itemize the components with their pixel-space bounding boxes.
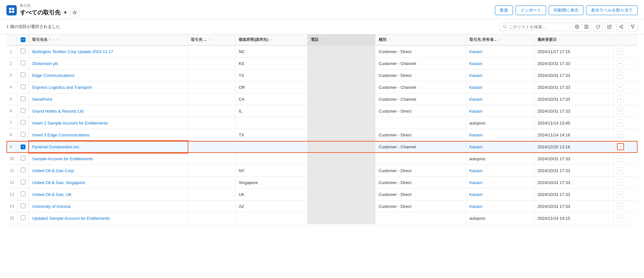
row-checkbox[interactable]	[21, 49, 25, 53]
action-cell[interactable]	[613, 153, 638, 165]
row-checkbox[interactable]	[21, 60, 25, 65]
th-state-dropdown[interactable]	[270, 38, 273, 42]
row-checkbox[interactable]	[21, 84, 25, 89]
th-owner[interactable]: 取引先 所有者...	[466, 34, 534, 45]
action-cell[interactable]	[613, 81, 638, 93]
action-cell[interactable]	[613, 129, 638, 141]
th-type[interactable]: 種別	[375, 34, 466, 45]
title-dropdown-arrow[interactable]: ▼	[63, 10, 68, 15]
th-checkbox[interactable]	[17, 34, 29, 45]
account-name-link[interactable]: Edge Communications	[32, 73, 74, 78]
th-account-name[interactable]: 取引先名 ↑ ↑	[29, 34, 188, 45]
owner-link[interactable]: Kasam	[469, 85, 482, 90]
account-name-link[interactable]: Grand Hotels & Resorts Ltd	[32, 109, 83, 114]
row-checkbox[interactable]	[21, 132, 25, 137]
row-checkbox-cell[interactable]	[17, 45, 29, 58]
row-checkbox[interactable]	[21, 203, 25, 208]
owner-link[interactable]: Kasam	[469, 168, 482, 173]
th-account-site[interactable]: 取引先 ...	[188, 34, 235, 45]
th-site-dropdown[interactable]	[208, 38, 211, 42]
action-cell[interactable]	[613, 212, 638, 224]
action-cell[interactable]	[613, 45, 638, 58]
row-action-button[interactable]	[617, 179, 624, 186]
account-name-link[interactable]: United Oil & Gas, Singapore	[32, 180, 85, 185]
owner-link[interactable]: Kasam	[469, 97, 482, 102]
th-date[interactable]: 最終更新日	[534, 34, 613, 45]
row-action-button[interactable]	[617, 143, 624, 150]
filter-button[interactable]	[628, 22, 638, 32]
action-cell[interactable]	[613, 141, 638, 153]
row-checkbox[interactable]	[21, 168, 25, 172]
new-button[interactable]: 新規	[495, 5, 513, 15]
row-action-button[interactable]	[617, 72, 624, 79]
owner-link[interactable]: Kasam	[469, 192, 482, 197]
refresh-button[interactable]	[593, 22, 603, 32]
row-checkbox[interactable]	[21, 215, 25, 220]
account-name-link[interactable]: United Oil & Gas, UK	[32, 192, 71, 197]
th-owner-dropdown[interactable]	[498, 38, 501, 42]
row-checkbox[interactable]	[21, 120, 25, 125]
account-name-link[interactable]: Burlington Textiles Corp Update 2024 11 …	[32, 49, 113, 54]
row-checkbox[interactable]	[21, 144, 25, 149]
owner-link[interactable]: Kasam	[469, 180, 482, 185]
row-action-button[interactable]	[617, 119, 624, 126]
row-action-button[interactable]	[617, 60, 624, 67]
row-checkbox-cell[interactable]	[17, 81, 29, 93]
row-checkbox-cell[interactable]	[17, 177, 29, 189]
account-name-link[interactable]: GenePoint	[32, 97, 52, 102]
label-button[interactable]: 表示ラベルを割り当て	[586, 5, 638, 15]
owner-link[interactable]: Kasam	[469, 144, 482, 149]
th-state[interactable]: 都道府県(請求先)	[235, 34, 307, 45]
th-date-dropdown[interactable]	[558, 38, 561, 42]
owner-link[interactable]: Kasam	[469, 204, 482, 209]
row-checkbox[interactable]	[21, 72, 25, 77]
row-checkbox[interactable]	[21, 96, 25, 101]
row-checkbox[interactable]	[21, 156, 25, 161]
action-cell[interactable]	[613, 70, 638, 81]
columns-button[interactable]	[582, 22, 591, 32]
row-checkbox-cell[interactable]	[17, 129, 29, 141]
pin-button[interactable]	[70, 8, 79, 17]
account-name-link[interactable]: Sample Account for Entitlements	[32, 156, 93, 161]
row-action-button[interactable]	[617, 203, 624, 210]
row-checkbox-cell[interactable]	[17, 200, 29, 212]
row-action-button[interactable]	[617, 84, 624, 91]
search-box[interactable]	[499, 23, 570, 31]
row-checkbox[interactable]	[21, 191, 25, 196]
row-action-button[interactable]	[617, 131, 624, 138]
print-button[interactable]: 印刷用に表示	[549, 5, 583, 15]
row-checkbox-cell[interactable]	[17, 141, 29, 153]
action-cell[interactable]	[613, 58, 638, 70]
th-dropdown-icon[interactable]	[55, 38, 58, 42]
action-cell[interactable]	[613, 117, 638, 129]
row-action-button[interactable]	[617, 48, 624, 55]
owner-link[interactable]: Kasam	[469, 109, 482, 114]
action-cell[interactable]	[613, 93, 638, 105]
row-checkbox-cell[interactable]	[17, 153, 29, 165]
owner-link[interactable]: Kasam	[469, 73, 482, 78]
edit-button[interactable]	[605, 22, 614, 32]
owner-link[interactable]: Kasam	[469, 61, 482, 66]
action-cell[interactable]	[613, 165, 638, 177]
account-name-link[interactable]: University of Arizona	[32, 204, 71, 209]
gear-button[interactable]	[572, 22, 582, 32]
action-cell[interactable]	[613, 189, 638, 200]
select-all-checkbox[interactable]	[21, 37, 25, 42]
row-checkbox-cell[interactable]	[17, 212, 29, 224]
account-name-link[interactable]: Update2 Sample Account for Entitlements	[32, 216, 110, 221]
owner-link[interactable]: Kasam	[469, 49, 482, 54]
search-input[interactable]	[509, 24, 566, 29]
account-name-link[interactable]: United Oil & Gas Corp.	[32, 168, 75, 173]
action-cell[interactable]	[613, 200, 638, 212]
row-checkbox-cell[interactable]	[17, 105, 29, 117]
account-name-link[interactable]: Dickenson plc	[32, 61, 58, 66]
th-phone-dropdown[interactable]	[320, 38, 323, 42]
row-checkbox[interactable]	[21, 108, 25, 113]
th-type-dropdown[interactable]	[388, 38, 391, 42]
action-cell[interactable]	[613, 105, 638, 117]
account-name-link[interactable]: Insert 3 Edge Communications	[32, 133, 90, 137]
row-action-button[interactable]	[617, 167, 624, 174]
row-checkbox-cell[interactable]	[17, 58, 29, 70]
share-button[interactable]	[616, 22, 626, 32]
row-checkbox-cell[interactable]	[17, 165, 29, 177]
